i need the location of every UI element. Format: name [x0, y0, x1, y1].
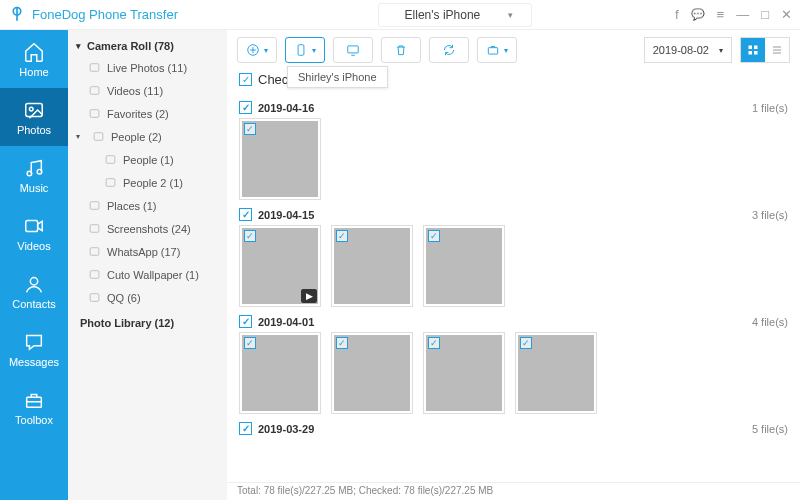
photo-thumbnail[interactable]: ✓	[423, 225, 505, 307]
sidebar-subitem[interactable]: People 2 (1)	[68, 171, 227, 194]
sidebar-item[interactable]: ▾People (2)	[68, 125, 227, 148]
group-count: 3 file(s)	[752, 209, 788, 221]
thumb-checkbox[interactable]: ✓	[244, 123, 256, 135]
toolbox-button[interactable]: ▾	[477, 37, 517, 63]
nav-item-home[interactable]: Home	[0, 30, 68, 88]
feedback-icon[interactable]: 💬	[691, 8, 705, 21]
thumb-checkbox[interactable]: ✓	[336, 230, 348, 242]
svg-point-2	[29, 107, 33, 111]
contacts-icon	[23, 273, 45, 295]
sidebar-item[interactable]: Videos (11)	[68, 79, 227, 102]
logo-area: FoneDog Phone Transfer	[8, 6, 235, 24]
facebook-icon[interactable]: f	[675, 7, 679, 22]
nav-label: Videos	[17, 240, 50, 252]
sidebar-item[interactable]: Live Photos (11)	[68, 56, 227, 79]
sidebar-header-label: Camera Roll (78)	[87, 40, 174, 52]
svg-rect-20	[298, 45, 304, 56]
group-checkbox[interactable]: ✓	[239, 208, 252, 221]
sidebar-item[interactable]: WhatsApp (17)	[68, 240, 227, 263]
thumb-checkbox[interactable]: ✓	[244, 230, 256, 242]
check-all-checkbox[interactable]: ✓	[239, 73, 252, 86]
photo-thumbnail[interactable]: ✓	[515, 332, 597, 414]
app-title: FoneDog Phone Transfer	[32, 7, 178, 22]
photo-thumbnail[interactable]: ✓	[423, 332, 505, 414]
grid-view-button[interactable]	[741, 38, 765, 62]
group-count: 5 file(s)	[752, 423, 788, 435]
folder-icon	[104, 176, 117, 189]
list-view-button[interactable]	[765, 38, 789, 62]
refresh-button[interactable]	[429, 37, 469, 63]
chevron-down-icon: ▾	[312, 46, 316, 55]
maximize-icon[interactable]: □	[761, 7, 769, 22]
sidebar-item[interactable]: Places (1)	[68, 194, 227, 217]
sidebar-subitem[interactable]: People (1)	[68, 148, 227, 171]
group-date: 2019-04-15	[258, 209, 314, 221]
nav-item-contacts[interactable]: Contacts	[0, 262, 68, 320]
group-checkbox[interactable]: ✓	[239, 101, 252, 114]
nav-label: Photos	[17, 124, 51, 136]
svg-rect-17	[90, 271, 99, 279]
sidebar-footer[interactable]: Photo Library (12)	[68, 309, 227, 334]
home-icon	[23, 41, 45, 63]
plus-circle-icon	[246, 43, 260, 57]
close-icon[interactable]: ✕	[781, 7, 792, 22]
sidebar-item[interactable]: Favorites (2)	[68, 102, 227, 125]
titlebar: FoneDog Phone Transfer Ellen's iPhone ▾ …	[0, 0, 800, 30]
menu-icon[interactable]: ≡	[717, 7, 725, 22]
sidebar-item[interactable]: QQ (6)	[68, 286, 227, 309]
group-checkbox[interactable]: ✓	[239, 315, 252, 328]
svg-rect-11	[94, 133, 103, 141]
photo-group-header[interactable]: ✓2019-03-295 file(s)	[239, 414, 788, 439]
videos-icon	[23, 215, 45, 237]
thumb-checkbox[interactable]: ✓	[520, 337, 532, 349]
nav-item-toolbox[interactable]: Toolbox	[0, 378, 68, 436]
photo-thumbnail[interactable]: ✓	[331, 225, 413, 307]
monitor-icon	[346, 43, 360, 57]
photo-thumbnail[interactable]: ✓	[331, 332, 413, 414]
sidebar-item-label: Screenshots (24)	[107, 223, 191, 235]
nav-item-music[interactable]: Music	[0, 146, 68, 204]
photo-group-header[interactable]: ✓2019-04-161 file(s)	[239, 93, 788, 118]
toolbar: ▾ ▾ ▾ 2019-08-02 ▾	[227, 30, 800, 70]
thumb-checkbox[interactable]: ✓	[428, 337, 440, 349]
sidebar: ▾ Camera Roll (78) Live Photos (11)Video…	[68, 30, 227, 500]
date-filter[interactable]: 2019-08-02 ▾	[644, 37, 732, 63]
svg-rect-23	[749, 46, 753, 50]
photo-group-header[interactable]: ✓2019-04-153 file(s)	[239, 200, 788, 225]
photo-thumbnail[interactable]: ✓▶	[239, 225, 321, 307]
svg-rect-8	[90, 64, 99, 72]
nav-item-messages[interactable]: Messages	[0, 320, 68, 378]
app-logo-icon	[8, 6, 26, 24]
folder-icon	[88, 84, 101, 97]
refresh-icon	[442, 43, 456, 57]
collapse-icon: ▾	[76, 41, 81, 51]
thumb-checkbox[interactable]: ✓	[428, 230, 440, 242]
thumb-checkbox[interactable]: ✓	[244, 337, 256, 349]
transfer-to-device-button[interactable]: ▾	[285, 37, 325, 63]
thumb-checkbox[interactable]: ✓	[336, 337, 348, 349]
svg-rect-5	[26, 220, 38, 231]
thumb-row: ✓▶✓✓	[239, 225, 788, 307]
delete-button[interactable]	[381, 37, 421, 63]
svg-rect-14	[90, 202, 99, 210]
export-to-pc-button[interactable]	[333, 37, 373, 63]
nav-label: Music	[20, 182, 49, 194]
device-selector-area: Ellen's iPhone ▾	[235, 3, 675, 27]
photo-thumbnail[interactable]: ✓	[239, 332, 321, 414]
thumb-row: ✓✓✓✓	[239, 332, 788, 414]
photo-group-header[interactable]: ✓2019-04-014 file(s)	[239, 307, 788, 332]
sidebar-item[interactable]: Cuto Wallpaper (1)	[68, 263, 227, 286]
chevron-down-icon: ▾	[264, 46, 268, 55]
sidebar-item-label: People 2 (1)	[123, 177, 183, 189]
nav-item-photos[interactable]: Photos	[0, 88, 68, 146]
add-button[interactable]: ▾	[237, 37, 277, 63]
sidebar-item[interactable]: Screenshots (24)	[68, 217, 227, 240]
nav-item-videos[interactable]: Videos	[0, 204, 68, 262]
photo-thumbnail[interactable]: ✓	[239, 118, 321, 200]
group-checkbox[interactable]: ✓	[239, 422, 252, 435]
device-selector[interactable]: Ellen's iPhone ▾	[378, 3, 533, 27]
folder-icon	[88, 107, 101, 120]
svg-rect-18	[90, 294, 99, 302]
sidebar-header[interactable]: ▾ Camera Roll (78)	[68, 36, 227, 56]
minimize-icon[interactable]: —	[736, 7, 749, 22]
